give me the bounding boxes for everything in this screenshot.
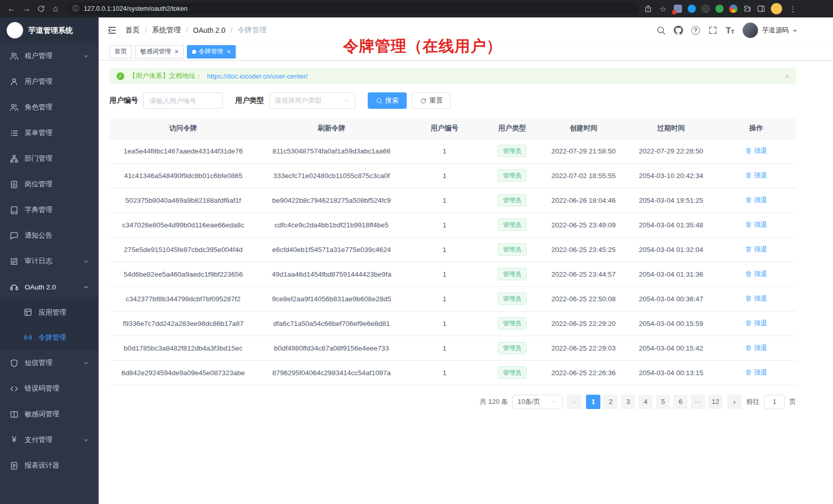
breadcrumb-system[interactable]: 系统管理 (152, 26, 181, 35)
cell-expire-time: 2054-03-04 00:13:15 (626, 360, 716, 385)
close-icon[interactable]: × (175, 48, 179, 55)
page-button-5[interactable]: 5 (656, 395, 670, 409)
page-button-1[interactable]: 1 (586, 395, 600, 409)
doc-link[interactable]: https://doc.iocoder.cn/user-center/ (207, 72, 308, 80)
column-header-user-type: 用户类型 (483, 118, 541, 139)
cell-actions: 强退 (716, 188, 796, 212)
cell-user-id: 1 (406, 163, 483, 188)
site-info-icon[interactable]: ⓘ (72, 4, 79, 13)
extension-icon-2[interactable] (688, 5, 696, 13)
page-size-value: 10条/页 (518, 397, 540, 406)
cell-expire-time: 2054-03-04 00:36:47 (626, 286, 716, 311)
sidebar-item-oauth2-token[interactable]: 令牌管理 (0, 325, 99, 350)
sidebar-item-menu[interactable]: 菜单管理 (0, 120, 99, 146)
extension-icon-3[interactable] (702, 5, 710, 13)
fullscreen-icon[interactable] (708, 26, 717, 35)
sidebar-item-oauth2-app[interactable]: 应用管理 (0, 300, 99, 325)
close-icon[interactable]: × (227, 48, 231, 55)
extension-icon-1[interactable] (674, 5, 682, 13)
tab-sensitive-word[interactable]: 敏感词管理 × (135, 45, 184, 59)
force-logout-button[interactable]: 强退 (745, 171, 767, 180)
sidebar-item-sms[interactable]: 短信管理 (0, 350, 99, 376)
reset-button[interactable]: 重置 (412, 92, 451, 109)
force-logout-button[interactable]: 强退 (745, 196, 767, 205)
columns-icon (10, 410, 18, 419)
url-bar[interactable]: ⓘ 127.0.0.1:1024/system/oauth2/token (66, 3, 639, 15)
page-content: ✓ 【用户体系】文档地址： https://doc.iocoder.cn/use… (99, 61, 833, 504)
home-button[interactable]: ⌂ (50, 5, 61, 13)
sidebar-item-dept[interactable]: 部门管理 (0, 146, 99, 171)
breadcrumb-current: 令牌管理 (238, 26, 267, 35)
sidebar-item-error-code[interactable]: 错误码管理 (0, 376, 99, 401)
extension-icon-4[interactable] (715, 5, 724, 13)
page-button-3[interactable]: 3 (621, 395, 635, 409)
sidebar-item-report-designer[interactable]: 报表设计器 (0, 453, 99, 478)
tab-home[interactable]: 首页 (109, 45, 132, 59)
browser-profile-avatar[interactable] (771, 3, 782, 14)
sidebar-item-notice[interactable]: 通知公告 (0, 223, 99, 248)
font-size-icon[interactable]: TT (726, 26, 734, 35)
help-icon[interactable]: ? (691, 26, 700, 35)
sidebar-item-role[interactable]: 角色管理 (0, 94, 99, 120)
github-icon[interactable] (674, 26, 683, 35)
sidebar-item-user[interactable]: 用户管理 (0, 69, 99, 94)
sidebar-item-post[interactable]: 岗位管理 (0, 171, 99, 197)
search-icon[interactable] (656, 26, 666, 35)
force-logout-button[interactable]: 强退 (745, 269, 767, 279)
next-page-button[interactable]: › (727, 395, 742, 409)
force-logout-button[interactable]: 强退 (745, 294, 767, 303)
sidebar-item-pay[interactable]: ¥ 支付管理 (0, 427, 99, 453)
extension-icon-5[interactable] (729, 5, 737, 13)
page-size-select[interactable]: 10条/页 (513, 395, 562, 409)
sidebar-item-oauth2[interactable]: OAuth 2.0 (0, 274, 99, 300)
page-button-12[interactable]: 12 (708, 395, 723, 409)
prev-page-button[interactable]: ‹ (567, 395, 581, 409)
page-button-4[interactable]: 4 (638, 395, 653, 409)
page-button-2[interactable]: 2 (603, 395, 618, 409)
tab-token[interactable]: 令牌管理 × (187, 45, 236, 59)
sidebar-item-label: 短信管理 (25, 358, 52, 367)
search-button[interactable]: 搜索 (368, 92, 407, 109)
table-row: 502375b8040a469a9b82188afdf6af1f be90422… (109, 188, 796, 212)
user-menu[interactable]: 芋道源码 (743, 23, 797, 38)
force-logout-button[interactable]: 强退 (745, 368, 767, 377)
force-logout-button[interactable]: 强退 (745, 343, 767, 353)
page-button-6[interactable]: 6 (673, 395, 688, 409)
sidebar-item-tenant[interactable]: 租户管理 (0, 43, 99, 69)
reload-button[interactable] (37, 5, 45, 13)
browser-menu-icon[interactable]: ⋮ (788, 5, 798, 13)
back-button[interactable]: ← (6, 5, 16, 13)
user-type-select[interactable]: 请选择用户类型 (269, 92, 355, 109)
forward-button[interactable]: → (22, 5, 32, 13)
force-logout-button[interactable]: 强退 (745, 245, 767, 254)
side-panel-icon[interactable] (757, 5, 765, 13)
sidebar-item-sensitive-word[interactable]: 敏感词管理 (0, 401, 99, 427)
breadcrumb-home[interactable]: 首页 (125, 26, 140, 35)
force-logout-button[interactable]: 强退 (745, 220, 767, 229)
app-logo[interactable]: 芋道管理系统 (0, 17, 99, 43)
force-logout-button[interactable]: 强退 (745, 146, 767, 156)
caret-down-icon (793, 30, 797, 32)
sidebar-item-dict[interactable]: 字典管理 (0, 197, 99, 223)
more-pages-button[interactable]: ··· (691, 395, 705, 409)
main-area: 首页 / 系统管理 / OAuth 2.0 / 令牌管理 ? TT (99, 17, 833, 504)
alert-close-icon[interactable]: × (785, 72, 789, 81)
force-logout-label: 强退 (754, 245, 767, 254)
share-icon[interactable] (644, 5, 652, 13)
chevron-down-icon (83, 437, 89, 443)
column-header-actions: 操作 (716, 118, 796, 139)
sidebar-item-label: 字典管理 (25, 205, 52, 215)
user-id-label: 用户编号 (109, 96, 138, 105)
tab-label: 令牌管理 (199, 47, 223, 56)
goto-page-input[interactable] (764, 395, 785, 409)
user-id-input[interactable] (143, 92, 223, 109)
screen: ← → ⌂ ⓘ 127.0.0.1:1024/system/oauth2/tok… (0, 0, 833, 504)
sidebar-item-audit-log[interactable]: 审计日志 (0, 248, 99, 274)
delete-icon (745, 147, 752, 154)
bookmark-star-icon[interactable]: ☆ (658, 5, 668, 13)
breadcrumb-oauth2[interactable]: OAuth 2.0 (193, 26, 225, 34)
force-logout-button[interactable]: 强退 (745, 319, 767, 328)
sidebar-toggle-icon[interactable] (107, 25, 117, 35)
cell-user-type: 管理员 (483, 360, 541, 385)
extensions-puzzle-icon[interactable] (743, 5, 751, 13)
